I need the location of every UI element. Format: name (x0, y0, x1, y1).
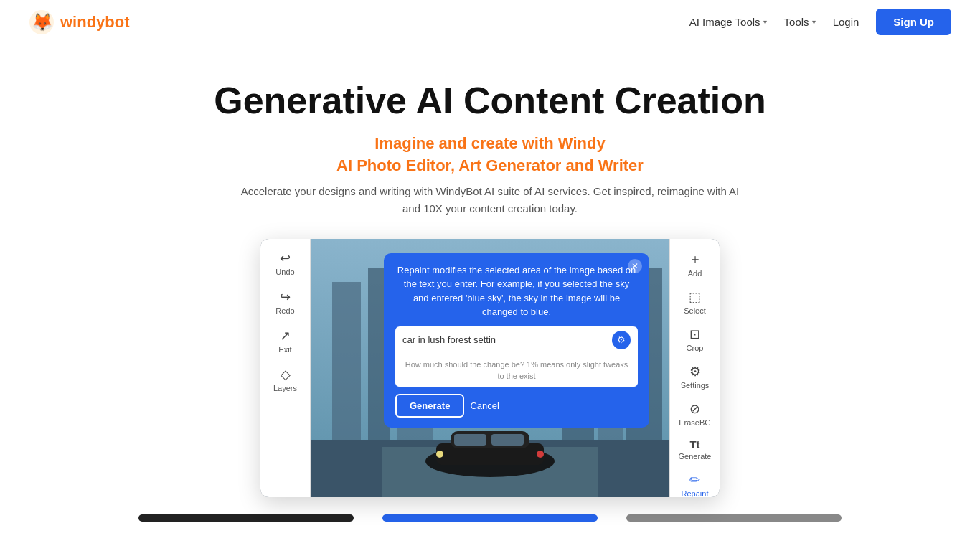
popup-hint-text: How much should the change be? 1% means … (395, 354, 638, 387)
add-icon: ＋ (689, 250, 702, 268)
erasebg-tool[interactable]: ⊘ EraseBG (673, 397, 717, 431)
left-toolbar: ↩ Undo ↪ Redo ↗ Exit ◇ Layers (260, 239, 311, 497)
undo-icon: ↩ (280, 250, 291, 266)
popup-settings-icon[interactable]: ⚙ (612, 331, 631, 349)
chevron-down-icon: ▾ (763, 18, 767, 26)
erasebg-icon: ⊘ (689, 401, 700, 417)
select-icon: ⬚ (689, 289, 701, 305)
right-toolbar: ＋ Add ⬚ Select ⊡ Crop ⚙ Settings ⊘ Era (669, 239, 720, 497)
logo[interactable]: 🦊 windybot (29, 9, 130, 35)
logo-icon: 🦊 (29, 9, 55, 35)
redo-button[interactable]: ↪ Redo (264, 285, 307, 319)
settings-tool[interactable]: ⚙ Settings (673, 359, 717, 394)
chevron-down-icon: ▾ (812, 18, 816, 26)
select-tool[interactable]: ⬚ Select (673, 285, 717, 319)
cancel-button[interactable]: Cancel (470, 400, 499, 411)
login-button[interactable]: Login (833, 16, 859, 28)
ai-image-tools-link[interactable]: AI Image Tools ▾ (689, 16, 767, 28)
svg-text:🦊: 🦊 (32, 11, 53, 32)
svg-point-17 (537, 451, 544, 458)
exit-button[interactable]: ↗ Exit (264, 324, 307, 358)
repaint-icon: ✏ (689, 472, 700, 488)
navbar: 🦊 windybot AI Image Tools ▾ Tools ▾ Logi… (0, 0, 980, 44)
repaint-popup: ✕ Repaint modifies the selected area of … (384, 253, 649, 428)
layers-button[interactable]: ◇ Layers (264, 362, 307, 397)
svg-rect-14 (454, 434, 486, 446)
repaint-tool[interactable]: ✏ Repaint (673, 468, 717, 497)
generate-button[interactable]: Generate (395, 394, 464, 418)
hero-title: Generative AI Content Creation (14, 80, 966, 121)
exit-label: Exit (278, 345, 291, 354)
undo-label: Undo (275, 268, 294, 276)
undo-button[interactable]: ↩ Undo (264, 246, 307, 281)
tools-link[interactable]: Tools ▾ (784, 16, 816, 28)
redo-icon: ↪ (280, 289, 291, 305)
hero-section: Generative AI Content Creation Imagine a… (0, 44, 980, 543)
hero-subtitle: Imagine and create with Windy AI Photo E… (14, 133, 966, 177)
crop-tool[interactable]: ⊡ Crop (673, 322, 717, 357)
canvas-area: ✕ Repaint modifies the selected area of … (311, 239, 669, 497)
repaint-text-input[interactable] (402, 334, 612, 345)
exit-icon: ↗ (280, 328, 291, 344)
layers-label: Layers (273, 384, 297, 392)
generate-tool[interactable]: Tt Generate (673, 434, 717, 465)
bottom-teaser (14, 497, 966, 522)
svg-rect-15 (491, 434, 524, 446)
popup-close-button[interactable]: ✕ (628, 259, 642, 273)
editor-demo: ↩ Undo ↪ Redo ↗ Exit ◇ Layers (260, 239, 720, 497)
add-tool[interactable]: ＋ Add (673, 246, 717, 282)
nav-links: AI Image Tools ▾ Tools ▾ Login Sign Up (689, 9, 951, 35)
settings-icon: ⚙ (689, 364, 701, 380)
hero-description: Accelerate your designs and writing with… (232, 183, 748, 217)
layers-icon: ◇ (281, 367, 291, 382)
crop-icon: ⊡ (689, 326, 700, 342)
svg-point-16 (436, 451, 443, 458)
popup-tooltip-text: Repaint modifies the selected area of th… (395, 263, 638, 319)
signup-button[interactable]: Sign Up (876, 9, 951, 35)
popup-actions: Generate Cancel (395, 394, 638, 418)
brand-name[interactable]: windybot (60, 13, 130, 32)
teaser-pill-1 (138, 514, 354, 522)
teaser-pill-2 (382, 514, 598, 522)
svg-rect-3 (332, 282, 361, 440)
canvas-background: ✕ Repaint modifies the selected area of … (311, 239, 669, 497)
popup-input-row: ⚙ (395, 326, 638, 354)
generate-text-icon: Tt (689, 438, 699, 451)
editor-inner: ↩ Undo ↪ Redo ↗ Exit ◇ Layers (260, 239, 720, 497)
popup-input-area: ⚙ How much should the change be? 1% mean… (395, 326, 638, 387)
teaser-pill-3 (626, 514, 842, 522)
redo-label: Redo (275, 306, 294, 315)
